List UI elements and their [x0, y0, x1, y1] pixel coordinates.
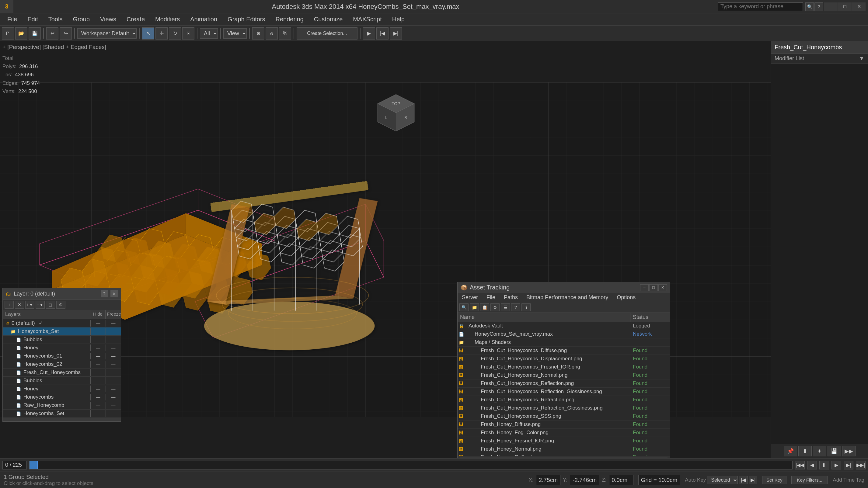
layers-remove-btn[interactable]: −▼: [36, 301, 45, 308]
all-dropdown[interactable]: All: [200, 28, 218, 39]
layer-hide-col[interactable]: —: [90, 369, 105, 376]
layer-freeze-col[interactable]: —: [105, 336, 121, 343]
modifier-effect-btn[interactable]: ✦: [813, 446, 826, 456]
anim-pause-btn[interactable]: ⏸: [819, 461, 829, 469]
layer-hide-col[interactable]: —: [90, 353, 105, 359]
layers-row[interactable]: 📄Honey——: [3, 344, 121, 352]
modifier-save-btn[interactable]: 💾: [828, 446, 841, 456]
layer-freeze-col[interactable]: —: [105, 353, 121, 359]
layer-hide-col[interactable]: —: [90, 377, 105, 384]
open-btn[interactable]: 📂: [15, 27, 27, 39]
menu-item-modifiers[interactable]: Modifiers: [150, 13, 185, 26]
layers-add-btn[interactable]: +▼: [25, 301, 34, 308]
next-frame-btn[interactable]: ▶|: [390, 27, 402, 39]
layer-freeze-col[interactable]: —: [105, 320, 121, 327]
layer-freeze-col[interactable]: —: [105, 328, 121, 335]
search-btn[interactable]: 🔍: [805, 2, 814, 11]
layers-row[interactable]: 📄Honeycombs_Set——: [3, 410, 121, 418]
asset-row[interactable]: 🖼Fresh_Cut_Honeycombs_Normal.pngFound: [458, 371, 670, 380]
move-btn[interactable]: ✛: [155, 27, 168, 39]
layer-freeze-col[interactable]: —: [105, 361, 121, 367]
asset-tb-btn3[interactable]: 📋: [480, 303, 489, 311]
layer-freeze-col[interactable]: —: [105, 410, 121, 417]
layer-freeze-col[interactable]: —: [105, 369, 121, 376]
anim-play-btn[interactable]: ▶: [832, 461, 841, 469]
menu-item-tools[interactable]: Tools: [43, 13, 67, 26]
asset-row[interactable]: 🖼Fresh_Cut_Honeycombs_Reflection.pngFoun…: [458, 380, 670, 388]
asset-menu-file[interactable]: File: [482, 293, 500, 302]
undo-btn[interactable]: ↩: [46, 27, 58, 39]
redo-btn[interactable]: ↪: [60, 27, 72, 39]
set-key-btn[interactable]: Set Key: [762, 476, 786, 484]
help-btn[interactable]: ?: [814, 2, 823, 11]
asset-row[interactable]: 📁Maps / Shaders: [458, 338, 670, 347]
asset-menu-server[interactable]: Server: [458, 293, 482, 302]
asset-menu-paths[interactable]: Paths: [500, 293, 522, 302]
anim-end-btn[interactable]: ▶▶|: [856, 461, 866, 469]
asset-rows-container[interactable]: 🔒Autodesk VaultLogged📄HoneyCombs_Set_max…: [458, 322, 670, 456]
anim-next-btn[interactable]: ▶|: [844, 461, 854, 469]
layers-scrollbar[interactable]: [3, 418, 121, 421]
layers-help-btn[interactable]: ?: [101, 290, 108, 297]
scale-btn[interactable]: ⊡: [182, 27, 194, 39]
asset-row[interactable]: 🖼Fresh_Cut_Honeycombs_Fresnel_IOR.pngFou…: [458, 363, 670, 371]
asset-tb-btn5[interactable]: ☰: [501, 303, 510, 311]
layer-hide-col[interactable]: —: [90, 402, 105, 409]
asset-tb-btn2[interactable]: 📁: [470, 303, 479, 311]
layers-row[interactable]: 📄Honeycombs——: [3, 393, 121, 401]
layers-row[interactable]: 🗂0 (default)✓——: [3, 319, 121, 327]
menu-item-edit[interactable]: Edit: [23, 13, 42, 26]
autokey-dropdown[interactable]: Selected: [707, 476, 738, 484]
asset-row[interactable]: 🖼Fresh_Honey_Diffuse.pngFound: [458, 421, 670, 429]
layers-new-btn[interactable]: +: [5, 301, 14, 308]
layers-row[interactable]: 📄Honeycombs_02——: [3, 360, 121, 368]
rotate-btn[interactable]: ↻: [169, 27, 181, 39]
prev-frame-btn[interactable]: |◀: [376, 27, 389, 39]
layer-hide-col[interactable]: —: [90, 410, 105, 417]
layer-hide-col[interactable]: —: [90, 386, 105, 392]
layers-highlight-btn[interactable]: ⊕: [56, 301, 65, 308]
modifier-dropdown-arrow[interactable]: ▼: [859, 55, 864, 62]
asset-tb-help[interactable]: ?: [511, 303, 520, 311]
layers-delete-btn[interactable]: ✕: [15, 301, 24, 308]
menu-item-graph-editors[interactable]: Graph Editors: [223, 13, 270, 26]
asset-tb-btn1[interactable]: 🔍: [459, 303, 468, 311]
layer-freeze-col[interactable]: —: [105, 402, 121, 409]
snap-btn[interactable]: ⊕: [252, 27, 265, 39]
modifier-pin-btn[interactable]: 📌: [784, 446, 797, 456]
search-input[interactable]: [718, 2, 803, 11]
anim-prev-btn[interactable]: ◀: [807, 461, 817, 469]
menu-item-maxscript[interactable]: MAXScript: [348, 13, 386, 26]
asset-row[interactable]: 🖼Fresh_Cut_Honeycombs_Displacement.pngFo…: [458, 355, 670, 363]
asset-menu-options[interactable]: Options: [613, 293, 640, 302]
modifier-pause-btn[interactable]: ⏸: [798, 446, 812, 456]
layer-freeze-col[interactable]: —: [105, 377, 121, 384]
viewport[interactable]: + [Perspective] [Shaded + Edged Faces] T…: [0, 41, 771, 458]
asset-minimize-btn[interactable]: –: [640, 284, 649, 291]
menu-item-customize[interactable]: Customize: [309, 13, 347, 26]
asset-row[interactable]: 🖼Fresh_Cut_Honeycombs_Refraction.pngFoun…: [458, 396, 670, 404]
menu-item-group[interactable]: Group: [68, 13, 95, 26]
workspace-dropdown[interactable]: Workspace: Default: [77, 28, 136, 39]
asset-row[interactable]: 🖼Fresh_Honey_Fresnel_IOR.pngFound: [458, 437, 670, 445]
close-button[interactable]: ✕: [852, 2, 866, 11]
percent-btn[interactable]: %: [279, 27, 291, 39]
angle-btn[interactable]: ⌀: [266, 27, 278, 39]
asset-close-btn[interactable]: ✕: [658, 284, 667, 291]
asset-row[interactable]: 📄HoneyCombs_Set_max_vray.maxNetwork: [458, 330, 670, 338]
asset-row[interactable]: 🖼Fresh_Honey_Reflection.pngFound: [458, 453, 670, 456]
menu-item-rendering[interactable]: Rendering: [271, 13, 309, 26]
layer-hide-col[interactable]: —: [90, 328, 105, 335]
anim-start-btn[interactable]: |◀◀: [795, 461, 805, 469]
key-filters-btn[interactable]: Key Filters...: [791, 476, 828, 484]
asset-row[interactable]: 🖼Fresh_Honey_Fog_Color.pngFound: [458, 429, 670, 437]
play-btn[interactable]: ▶: [363, 27, 375, 39]
layers-row[interactable]: 📄Honeycombs_01——: [3, 352, 121, 360]
menu-item-help[interactable]: Help: [387, 13, 409, 26]
layers-row[interactable]: 📄Bubbles——: [3, 336, 121, 344]
asset-maximize-btn[interactable]: □: [649, 284, 658, 291]
asset-menu-bitmap[interactable]: Bitmap Performance and Memory: [522, 293, 613, 302]
layer-freeze-col[interactable]: —: [105, 394, 121, 400]
layers-row[interactable]: 📄Fresh_Cut_Honeycombs——: [3, 368, 121, 377]
menu-item-views[interactable]: Views: [95, 13, 121, 26]
